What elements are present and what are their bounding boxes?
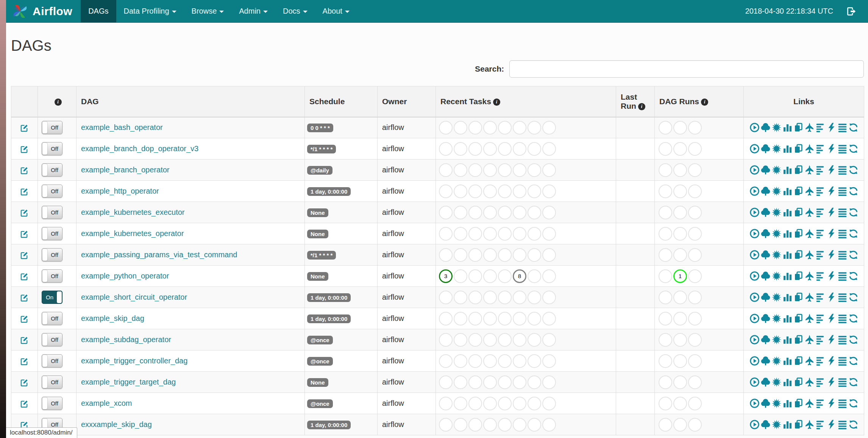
dag-pause-toggle[interactable]: Off: [42, 206, 62, 219]
tree-view-icon[interactable]: [760, 335, 771, 345]
task-tries-icon[interactable]: [793, 356, 804, 366]
edit-dag-icon[interactable]: [20, 335, 29, 344]
edit-dag-icon[interactable]: [20, 271, 29, 280]
task-duration-icon[interactable]: [782, 271, 793, 281]
trigger-dag-icon[interactable]: [749, 313, 760, 324]
landing-times-icon[interactable]: [804, 313, 815, 324]
dag-pause-toggle[interactable]: Off: [42, 375, 62, 389]
nav-item-browse[interactable]: Browse: [184, 0, 232, 22]
logs-icon[interactable]: [837, 419, 848, 430]
gantt-icon[interactable]: [815, 419, 826, 430]
landing-times-icon[interactable]: [804, 122, 815, 133]
dag-pause-toggle[interactable]: Off: [42, 312, 62, 325]
nav-item-about[interactable]: About: [315, 0, 357, 22]
graph-view-icon[interactable]: [771, 250, 782, 260]
graph-view-icon[interactable]: [771, 335, 782, 345]
logs-icon[interactable]: [837, 292, 848, 302]
dag-link[interactable]: example_xcom: [81, 399, 132, 407]
trigger-dag-icon[interactable]: [749, 165, 760, 175]
graph-view-icon[interactable]: [771, 377, 782, 387]
dag-pause-toggle[interactable]: Off: [42, 269, 62, 283]
task-tries-icon[interactable]: [793, 144, 804, 154]
refresh-icon[interactable]: [848, 165, 859, 175]
dag-link[interactable]: example_python_operator: [81, 272, 169, 280]
trigger-dag-icon[interactable]: [749, 122, 760, 133]
task-tries-icon[interactable]: [793, 250, 804, 260]
logs-icon[interactable]: [837, 122, 848, 133]
tree-view-icon[interactable]: [760, 313, 771, 324]
landing-times-icon[interactable]: [804, 228, 815, 239]
search-input[interactable]: [509, 60, 864, 78]
task-state-circle[interactable]: 8: [513, 269, 526, 283]
gantt-icon[interactable]: [815, 271, 826, 281]
landing-times-icon[interactable]: [804, 165, 815, 175]
tree-view-icon[interactable]: [760, 165, 771, 175]
refresh-icon[interactable]: [848, 419, 859, 430]
task-tries-icon[interactable]: [793, 398, 804, 408]
dag-link[interactable]: example_trigger_controller_dag: [81, 357, 187, 365]
trigger-dag-icon[interactable]: [749, 186, 760, 196]
trigger-dag-icon[interactable]: [749, 144, 760, 154]
landing-times-icon[interactable]: [804, 398, 815, 408]
code-view-icon[interactable]: [826, 419, 837, 430]
gantt-icon[interactable]: [815, 122, 826, 133]
dag-link[interactable]: exxxample_skip_dag: [81, 420, 152, 429]
refresh-icon[interactable]: [848, 122, 859, 133]
logs-icon[interactable]: [837, 398, 848, 408]
code-view-icon[interactable]: [826, 122, 837, 133]
tree-view-icon[interactable]: [760, 207, 771, 217]
tree-view-icon[interactable]: [760, 271, 771, 281]
dag-pause-toggle[interactable]: Off: [42, 121, 62, 134]
logs-icon[interactable]: [837, 250, 848, 260]
task-duration-icon[interactable]: [782, 250, 793, 260]
tree-view-icon[interactable]: [760, 186, 771, 196]
graph-view-icon[interactable]: [771, 271, 782, 281]
task-duration-icon[interactable]: [782, 398, 793, 408]
tree-view-icon[interactable]: [760, 398, 771, 408]
graph-view-icon[interactable]: [771, 122, 782, 133]
trigger-dag-icon[interactable]: [749, 335, 760, 345]
landing-times-icon[interactable]: [804, 419, 815, 430]
task-duration-icon[interactable]: [782, 228, 793, 239]
task-duration-icon[interactable]: [782, 165, 793, 175]
task-duration-icon[interactable]: [782, 356, 793, 366]
code-view-icon[interactable]: [826, 250, 837, 260]
gantt-icon[interactable]: [815, 398, 826, 408]
trigger-dag-icon[interactable]: [749, 377, 760, 387]
dag-link[interactable]: example_skip_dag: [81, 314, 144, 322]
graph-view-icon[interactable]: [771, 186, 782, 196]
edit-dag-icon[interactable]: [20, 144, 29, 153]
dag-pause-toggle[interactable]: Off: [42, 397, 62, 410]
brand-link[interactable]: Airflow: [6, 0, 81, 22]
landing-times-icon[interactable]: [804, 271, 815, 281]
refresh-icon[interactable]: [848, 207, 859, 217]
nav-item-dags[interactable]: DAGs: [81, 0, 116, 22]
task-tries-icon[interactable]: [793, 292, 804, 302]
logs-icon[interactable]: [837, 165, 848, 175]
task-tries-icon[interactable]: [793, 207, 804, 217]
landing-times-icon[interactable]: [804, 292, 815, 302]
edit-dag-icon[interactable]: [20, 377, 29, 386]
refresh-icon[interactable]: [848, 292, 859, 302]
code-view-icon[interactable]: [826, 144, 837, 154]
gantt-icon[interactable]: [815, 250, 826, 260]
gantt-icon[interactable]: [815, 228, 826, 239]
gantt-icon[interactable]: [815, 292, 826, 302]
dag-link[interactable]: example_subdag_operator: [81, 335, 171, 344]
edit-dag-icon[interactable]: [20, 250, 29, 259]
trigger-dag-icon[interactable]: [749, 250, 760, 260]
landing-times-icon[interactable]: [804, 144, 815, 154]
code-view-icon[interactable]: [826, 165, 837, 175]
logs-icon[interactable]: [837, 356, 848, 366]
dag-link[interactable]: example_branch_dop_operator_v3: [81, 144, 198, 153]
refresh-icon[interactable]: [848, 313, 859, 324]
gantt-icon[interactable]: [815, 186, 826, 196]
refresh-icon[interactable]: [848, 398, 859, 408]
logout-icon[interactable]: [846, 6, 857, 17]
code-view-icon[interactable]: [826, 377, 837, 387]
landing-times-icon[interactable]: [804, 250, 815, 260]
nav-item-docs[interactable]: Docs: [275, 0, 315, 22]
trigger-dag-icon[interactable]: [749, 292, 760, 302]
dag-run-state-circle[interactable]: 1: [673, 269, 687, 283]
nav-item-data-profiling[interactable]: Data Profiling: [116, 0, 184, 22]
